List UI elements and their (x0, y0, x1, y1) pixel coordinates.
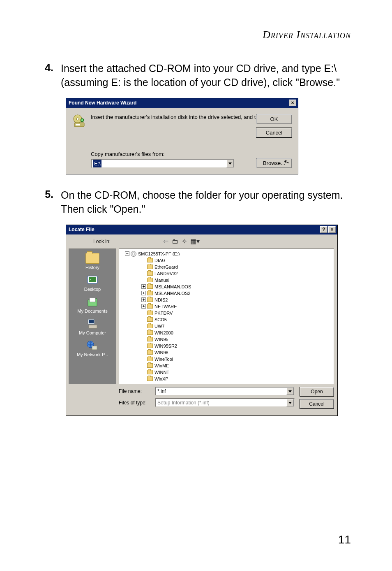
ok-button[interactable]: OK (256, 114, 292, 124)
folder-icon (147, 304, 153, 309)
folder-icon (147, 284, 153, 289)
tree-item[interactable]: PKTDRV (122, 310, 331, 316)
tree-item-label: WIN95 (154, 336, 168, 343)
folder-icon (147, 291, 153, 295)
tree-item[interactable]: LANDRV32 (122, 270, 331, 277)
tree-item-label: MSLANMAN.OS2 (154, 290, 190, 297)
tree-item[interactable]: +NDIS2 (122, 297, 331, 303)
places-mydocuments[interactable]: My Documents (69, 295, 116, 316)
step-4-text: Insert the attached CD-ROM into your CD … (61, 62, 351, 90)
cd-drive-icon (131, 251, 136, 257)
tree-item[interactable]: DIAG (122, 257, 331, 264)
filename-label: File name: (119, 388, 155, 394)
expand-icon[interactable]: + (141, 304, 146, 309)
folder-icon (147, 265, 153, 269)
tree-item[interactable]: UW7 (122, 323, 331, 330)
tree-item-label: PKTDRV (154, 310, 173, 316)
tree-item-label: WinME (154, 362, 169, 369)
help-icon[interactable]: ? (320, 226, 327, 233)
tree-item[interactable]: WinME (122, 362, 331, 369)
desktop-icon (85, 274, 100, 286)
folder-icon (147, 357, 153, 361)
dialog2-titlebar[interactable]: Locate File ? × (66, 225, 337, 234)
places-label: My Documents (69, 309, 116, 313)
tree-item-label: MSLANMAN.DOS (154, 283, 191, 290)
places-desktop[interactable]: Desktop (69, 273, 116, 294)
folder-icon (147, 344, 153, 348)
tree-item[interactable]: WinXP (122, 376, 331, 382)
tree-item-label: WINNT (154, 369, 169, 376)
close-icon[interactable]: × (328, 226, 336, 233)
tree-item[interactable]: SCO5 (122, 316, 331, 323)
filename-value: *.inf (157, 388, 166, 394)
open-button[interactable]: Open (300, 387, 334, 397)
svg-rect-10 (89, 325, 97, 328)
tree-item-label: WIN95SR2 (154, 343, 177, 349)
places-label: Desktop (69, 287, 116, 292)
filetype-value: Setup Information (*.inf) (157, 400, 210, 406)
tree-item[interactable]: WIN95SR2 (122, 343, 331, 349)
tree-item[interactable]: +MSLANMAN.OS2 (122, 290, 331, 297)
folder-icon (147, 297, 153, 302)
places-mycomputer[interactable]: My Computer (69, 317, 116, 338)
tree-item[interactable]: EtherGuard (122, 264, 331, 270)
folder-icon (147, 376, 153, 381)
copy-from-input[interactable]: E:\ (91, 159, 235, 168)
network-icon (85, 339, 100, 352)
tree-item-label: LANDRV32 (154, 270, 178, 277)
filetype-label: Files of type: (119, 400, 155, 406)
folder-icon (147, 271, 153, 276)
tree-root-item[interactable]: − SMC1255TX-PF (E:) (122, 251, 331, 257)
page-header: Driver Installation (41, 29, 351, 41)
tree-item[interactable]: +MSLANMAN.DOS (122, 283, 331, 290)
tree-item-label: EtherGuard (154, 264, 178, 270)
cancel-button[interactable]: Cancel (256, 128, 292, 138)
cancel-button[interactable]: Cancel (300, 399, 334, 409)
svg-rect-12 (92, 346, 97, 350)
dropdown-icon[interactable] (226, 160, 234, 167)
tree-item[interactable]: WIN2000 (122, 330, 331, 336)
tree-item-label: UW7 (154, 323, 164, 330)
tree-item-label: NETWARE (154, 303, 177, 310)
collapse-icon[interactable]: − (125, 251, 129, 256)
tree-item-label: SCO5 (154, 316, 167, 323)
places-label: My Computer (69, 330, 116, 335)
folder-icon (85, 253, 99, 264)
browse-button[interactable]: Browse... (256, 158, 292, 168)
expand-icon[interactable]: + (141, 291, 146, 295)
page-number: 11 (338, 533, 351, 546)
expand-icon[interactable]: + (141, 284, 146, 289)
filename-input[interactable]: *.inf (155, 387, 295, 396)
up-folder-icon[interactable]: 🗀 (172, 238, 178, 245)
tree-item[interactable]: WIN98 (122, 349, 331, 356)
folder-icon (147, 337, 153, 341)
folder-tree[interactable]: − SMC1255TX-PF (E:) DIAGEtherGuardLANDRV… (119, 248, 334, 384)
tree-item[interactable]: WineTool (122, 356, 331, 362)
folder-icon (147, 317, 153, 322)
expand-icon[interactable]: + (141, 297, 146, 302)
tree-item[interactable]: WINNT (122, 369, 331, 376)
tree-item-label: Manual (154, 277, 169, 283)
close-icon[interactable]: × (289, 100, 296, 106)
new-folder-icon[interactable]: ✧ (182, 237, 187, 245)
dialog1-titlebar[interactable]: Found New Hardware Wizard × (66, 98, 298, 108)
back-icon[interactable]: ⇐ (163, 237, 168, 245)
places-mynetwork[interactable]: My Network P... (69, 339, 116, 360)
tree-item[interactable]: WIN95 (122, 336, 331, 343)
svg-rect-6 (89, 277, 96, 282)
step-5: 5. On the CD-ROM, choose the folder for … (41, 188, 351, 216)
dropdown-icon (286, 399, 294, 406)
tree-item-label: WIN98 (154, 349, 168, 356)
tree-item[interactable]: Manual (122, 277, 331, 283)
places-history[interactable]: History (69, 251, 116, 272)
step-4-number: 4. (41, 62, 61, 90)
svg-point-1 (76, 118, 79, 120)
tree-item[interactable]: +NETWARE (122, 303, 331, 310)
tree-item-label: DIAG (154, 257, 166, 264)
view-menu-icon[interactable]: ▦▾ (190, 237, 200, 245)
tree-item-label: WIN2000 (154, 330, 173, 336)
folder-icon (147, 278, 153, 282)
dropdown-icon[interactable] (286, 388, 294, 395)
tree-item-label: SMC1255TX-PF (E:) (138, 251, 180, 257)
dialog2-title-text: Locate File (69, 227, 95, 232)
